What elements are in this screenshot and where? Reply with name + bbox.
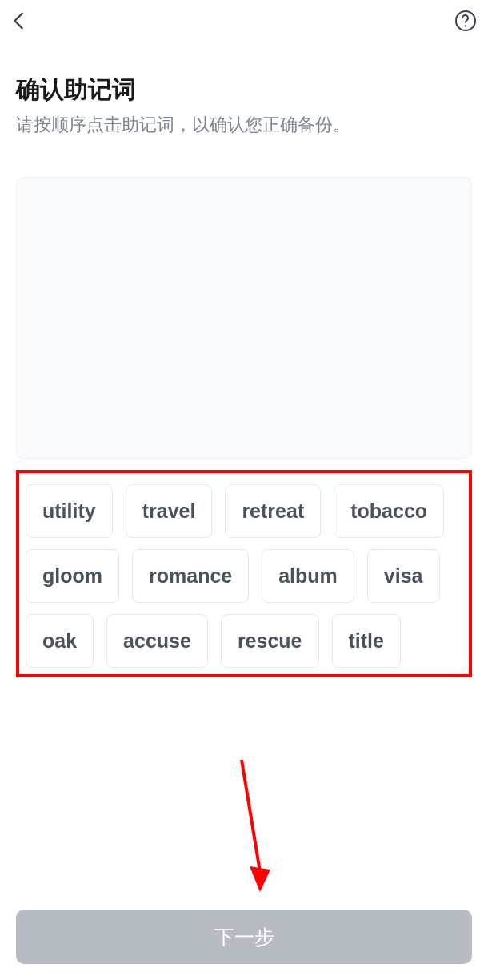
word-chip[interactable]: rescue [221, 614, 319, 668]
word-chip[interactable]: romance [132, 549, 249, 603]
word-chip[interactable]: album [262, 549, 354, 603]
word-chip[interactable]: gloom [26, 549, 119, 603]
page-subtitle: 请按顺序点击助记词，以确认您正确备份。 [16, 113, 472, 137]
word-chip[interactable]: title [332, 614, 401, 668]
header [0, 0, 488, 42]
help-icon[interactable] [453, 8, 478, 34]
main-content: 确认助记词 请按顺序点击助记词，以确认您正确备份。 utility travel… [0, 74, 488, 677]
svg-marker-3 [250, 866, 270, 892]
back-icon[interactable] [6, 8, 32, 34]
selected-words-area[interactable] [16, 177, 472, 459]
word-chip[interactable]: visa [367, 549, 440, 603]
word-chip[interactable]: travel [126, 484, 213, 538]
svg-point-1 [465, 25, 466, 26]
page-title: 确认助记词 [16, 74, 472, 106]
word-chip[interactable]: oak [26, 614, 94, 668]
word-chip[interactable]: tobacco [334, 484, 444, 538]
svg-line-2 [242, 760, 260, 872]
arrow-annotation [232, 756, 280, 900]
word-grid: utility travel retreat tobacco gloom rom… [16, 470, 472, 677]
next-button[interactable]: 下一步 [16, 910, 472, 964]
word-chip[interactable]: utility [26, 484, 113, 538]
word-chip[interactable]: accuse [106, 614, 208, 668]
word-chip[interactable]: retreat [225, 484, 321, 538]
